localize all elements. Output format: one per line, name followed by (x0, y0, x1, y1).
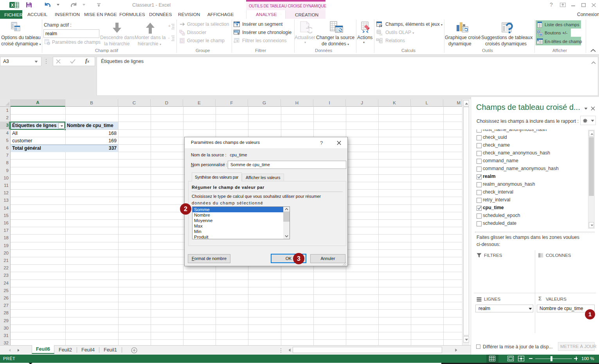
svg-text:fx: fx (380, 32, 383, 36)
svg-text:+: + (168, 24, 171, 28)
svg-text:i: i (48, 42, 49, 45)
svg-text:7: 7 (181, 39, 183, 42)
svg-text:fx: fx (379, 23, 382, 27)
svg-text:-: - (168, 36, 169, 40)
svg-text:X: X (11, 3, 14, 7)
